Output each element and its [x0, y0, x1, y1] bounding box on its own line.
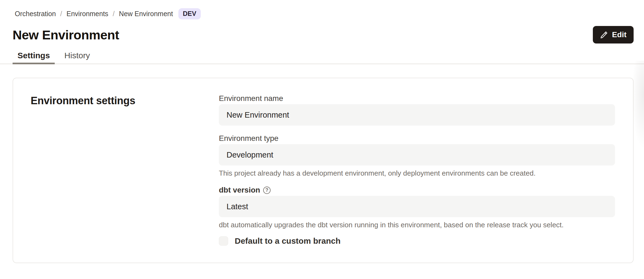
dbt-version-label: dbt version ? [219, 185, 615, 195]
environment-name-label-text: Environment name [219, 94, 283, 103]
tab-history[interactable]: History [59, 51, 95, 64]
breadcrumb-separator: / [113, 10, 115, 18]
card-heading-column: Environment settings [31, 78, 219, 263]
environment-type-value: Development [227, 150, 273, 159]
custom-branch-checkbox [219, 236, 228, 246]
breadcrumb-separator: / [60, 10, 62, 18]
help-tooltip-icon[interactable]: ? [263, 187, 271, 194]
breadcrumb-current-page: New Environment [119, 10, 173, 18]
dbt-version-group: dbt version ? Latest dbt automatically u… [219, 185, 615, 229]
card-heading: Environment settings [31, 95, 219, 107]
page-title: New Environment [13, 27, 119, 42]
breadcrumb-orchestration[interactable]: Orchestration [15, 10, 56, 18]
tab-settings[interactable]: Settings [13, 51, 55, 64]
dbt-version-field: Latest [219, 196, 615, 217]
breadcrumb: Orchestration / Environments / New Envir… [15, 7, 634, 20]
pencil-icon [600, 31, 608, 39]
environment-name-value: New Environment [227, 111, 289, 120]
environment-name-field: New Environment [219, 104, 615, 126]
environment-dev-badge: DEV [178, 8, 201, 19]
dbt-version-label-text: dbt version [219, 185, 260, 195]
edit-button-label: Edit [612, 30, 626, 39]
environment-settings-card: Environment settings Environment name Ne… [13, 78, 634, 263]
environment-settings-form: Environment name New Environment Environ… [219, 78, 615, 263]
environment-type-field: Development [219, 144, 615, 165]
custom-branch-row: Default to a custom branch [219, 236, 615, 246]
environment-type-label: Environment type [219, 134, 615, 143]
environment-settings-page: Orchestration / Environments / New Envir… [0, 7, 644, 263]
dbt-version-help-text: dbt automatically upgrades the dbt versi… [219, 221, 615, 229]
environment-type-help-text: This project already has a development e… [219, 169, 615, 177]
breadcrumb-environments[interactable]: Environments [66, 10, 108, 18]
edit-button[interactable]: Edit [593, 26, 634, 43]
environment-type-label-text: Environment type [219, 134, 279, 143]
dbt-version-value: Latest [227, 202, 248, 211]
tab-bar: Settings History [13, 51, 634, 64]
environment-name-label: Environment name [219, 94, 615, 103]
custom-branch-label: Default to a custom branch [235, 236, 341, 246]
environment-type-group: Environment type Development This projec… [219, 134, 615, 177]
page-header: New Environment Edit [13, 26, 634, 43]
environment-name-group: Environment name New Environment [219, 94, 615, 126]
